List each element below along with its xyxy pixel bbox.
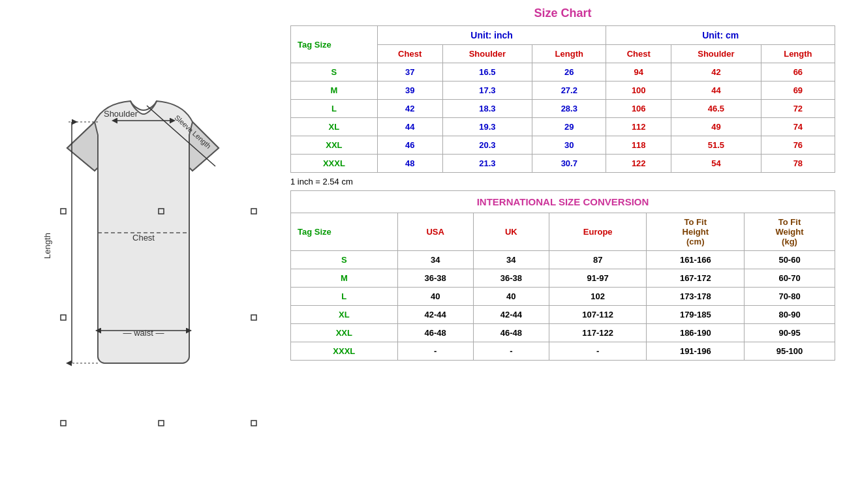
intl-height-cell: 173-178 <box>647 288 745 306</box>
table-row: XXL 46 20.3 30 118 51.5 76 <box>291 136 835 155</box>
intl-uk-cell: 36-38 <box>473 269 549 288</box>
intl-height-cell: 186-190 <box>647 324 745 342</box>
tshirt-diagram: Shoulder Length Chest — waist — Sleeve L… <box>16 70 264 435</box>
shoulder-inch-cell: 20.3 <box>442 136 532 155</box>
table-row: XL 44 19.3 29 112 49 74 <box>291 118 835 136</box>
length-cm-cell: 69 <box>761 82 835 100</box>
right-panel: Size Chart Tag Size Unit: inch Unit: cm … <box>281 0 845 367</box>
chest-cm-cell: 122 <box>606 155 671 173</box>
cm-chest-header: Chest <box>606 45 671 63</box>
intl-weight-cell: 80-90 <box>745 306 835 324</box>
intl-europe-header: Europe <box>549 213 647 251</box>
intl-weight-cell: 90-95 <box>745 324 835 342</box>
intl-uk-cell: 34 <box>473 251 549 269</box>
table-row: XXXL 48 21.3 30.7 122 54 78 <box>291 155 835 173</box>
intl-usa-cell: - <box>397 342 473 361</box>
intl-usa-header: USA <box>397 213 473 251</box>
chest-cm-cell: 94 <box>606 63 671 82</box>
tshirt-diagram-panel: Shoulder Length Chest — waist — Sleeve L… <box>0 0 281 504</box>
svg-text:Chest: Chest <box>132 233 155 243</box>
intl-uk-header: UK <box>473 213 549 251</box>
intl-weight-cell: 60-70 <box>745 269 835 288</box>
chest-inch-cell: 48 <box>377 155 442 173</box>
length-inch-cell: 28.3 <box>532 100 606 118</box>
chest-inch-cell: 39 <box>377 82 442 100</box>
intl-europe-cell: 91-97 <box>549 269 647 288</box>
intl-weight-cell: 95-100 <box>745 342 835 361</box>
cm-length-header: Length <box>761 45 835 63</box>
chest-cm-cell: 100 <box>606 82 671 100</box>
intl-usa-cell: 34 <box>397 251 473 269</box>
intl-europe-cell: 107-112 <box>549 306 647 324</box>
tag-size-cell: M <box>291 82 378 100</box>
chest-inch-cell: 46 <box>377 136 442 155</box>
intl-table: INTERNATIONAL SIZE CONVERSION Tag Size U… <box>290 190 835 361</box>
intl-usa-cell: 46-48 <box>397 324 473 342</box>
intl-usa-cell: 42-44 <box>397 306 473 324</box>
intl-table-row: S 34 34 87 161-166 50-60 <box>291 251 835 269</box>
svg-rect-7 <box>61 209 66 214</box>
chest-inch-cell: 42 <box>377 100 442 118</box>
tag-size-header: Tag Size <box>291 26 378 63</box>
svg-text:— waist —: — waist — <box>123 328 164 338</box>
intl-tag-size-header: Tag Size <box>291 213 398 251</box>
shoulder-cm-cell: 42 <box>671 63 761 82</box>
intl-table-row: M 36-38 36-38 91-97 167-172 60-70 <box>291 269 835 288</box>
length-inch-cell: 29 <box>532 118 606 136</box>
shoulder-cm-cell: 46.5 <box>671 100 761 118</box>
intl-uk-cell: 40 <box>473 288 549 306</box>
shoulder-inch-cell: 19.3 <box>442 118 532 136</box>
intl-europe-cell: 117-122 <box>549 324 647 342</box>
length-inch-cell: 27.2 <box>532 82 606 100</box>
size-chart-title: Size Chart <box>290 7 835 20</box>
shoulder-inch-cell: 18.3 <box>442 100 532 118</box>
svg-rect-14 <box>251 421 256 426</box>
tag-size-cell: XXL <box>291 136 378 155</box>
svg-rect-12 <box>61 421 66 426</box>
chest-inch-cell: 37 <box>377 63 442 82</box>
shoulder-cm-cell: 54 <box>671 155 761 173</box>
table-row: L 42 18.3 28.3 106 46.5 72 <box>291 100 835 118</box>
chest-cm-cell: 112 <box>606 118 671 136</box>
unit-inch-header: Unit: inch <box>377 26 606 45</box>
length-cm-cell: 78 <box>761 155 835 173</box>
intl-uk-cell: - <box>473 342 549 361</box>
intl-europe-cell: 87 <box>549 251 647 269</box>
inch-length-header: Length <box>532 45 606 63</box>
intl-uk-cell: 46-48 <box>473 324 549 342</box>
svg-text:Length: Length <box>42 233 52 259</box>
svg-text:Shoulder: Shoulder <box>104 109 138 119</box>
intl-tag-cell: XL <box>291 306 398 324</box>
svg-rect-13 <box>159 421 164 426</box>
intl-height-cell: 191-196 <box>647 342 745 361</box>
tag-size-cell: S <box>291 63 378 82</box>
length-inch-cell: 30 <box>532 136 606 155</box>
shoulder-cm-cell: 51.5 <box>671 136 761 155</box>
intl-height-cell: 161-166 <box>647 251 745 269</box>
intl-tag-cell: M <box>291 269 398 288</box>
intl-europe-cell: 102 <box>549 288 647 306</box>
tag-size-cell: XL <box>291 118 378 136</box>
length-inch-cell: 30.7 <box>532 155 606 173</box>
intl-height-header: To FitHeight(cm) <box>647 213 745 251</box>
intl-uk-cell: 42-44 <box>473 306 549 324</box>
tag-size-cell: L <box>291 100 378 118</box>
chest-cm-cell: 106 <box>606 100 671 118</box>
shoulder-cm-cell: 44 <box>671 82 761 100</box>
inch-note: 1 inch = 2.54 cm <box>290 177 835 186</box>
length-cm-cell: 74 <box>761 118 835 136</box>
svg-rect-8 <box>61 315 66 320</box>
shoulder-inch-cell: 16.5 <box>442 63 532 82</box>
length-cm-cell: 72 <box>761 100 835 118</box>
length-cm-cell: 76 <box>761 136 835 155</box>
intl-table-row: XL 42-44 42-44 107-112 179-185 80-90 <box>291 306 835 324</box>
inch-shoulder-header: Shoulder <box>442 45 532 63</box>
intl-usa-cell: 36-38 <box>397 269 473 288</box>
intl-tag-cell: XXXL <box>291 342 398 361</box>
intl-tag-cell: L <box>291 288 398 306</box>
table-row: M 39 17.3 27.2 100 44 69 <box>291 82 835 100</box>
svg-rect-10 <box>251 209 256 214</box>
intl-weight-cell: 50-60 <box>745 251 835 269</box>
intl-europe-cell: - <box>549 342 647 361</box>
unit-cm-header: Unit: cm <box>606 26 835 45</box>
